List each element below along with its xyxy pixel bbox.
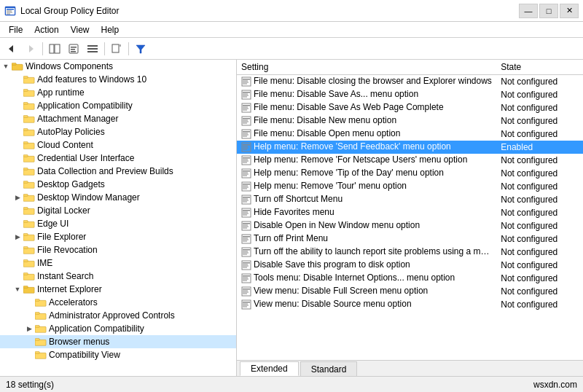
tree-toggle[interactable]: ▶ — [23, 323, 35, 334]
tree-item[interactable]: ▶ File Explorer — [0, 230, 236, 243]
properties-button[interactable] — [65, 41, 82, 57]
svg-rect-74 — [243, 93, 248, 94]
view-button[interactable] — [84, 41, 101, 57]
menu-view[interactable]: View — [65, 23, 95, 36]
back-button[interactable] — [3, 41, 20, 57]
menu-help[interactable]: Help — [95, 23, 125, 36]
tree-item[interactable]: Add features to Windows 10 — [0, 73, 236, 86]
table-row[interactable]: File menu: Disable New menu optionNot co… — [237, 114, 583, 128]
settings-table-container[interactable]: Setting State File menu: Disable closing… — [237, 60, 583, 360]
svg-rect-121 — [243, 214, 247, 215]
tree-item[interactable]: Digital Locker — [0, 204, 236, 217]
svg-rect-75 — [243, 95, 249, 95]
table-row[interactable]: View menu: Disable Source menu optionNot… — [237, 298, 583, 311]
table-row[interactable]: Tools menu: Disable Internet Options... … — [237, 272, 583, 285]
table-row[interactable]: View menu: Disable Full Screen menu opti… — [237, 285, 583, 298]
minimize-button[interactable]: — — [519, 4, 538, 18]
tree-item[interactable]: File Revocation — [0, 243, 236, 256]
folder-icon — [23, 87, 35, 98]
tree-item[interactable]: AutoPlay Policies — [0, 125, 236, 138]
table-row[interactable]: Help menu: Remove 'For Netscape Users' m… — [237, 154, 583, 167]
svg-rect-92 — [242, 143, 251, 152]
svg-rect-88 — [243, 131, 250, 133]
menu-action[interactable]: Action — [28, 23, 64, 36]
window-controls: — □ ✕ — [519, 4, 579, 18]
svg-rect-60 — [35, 313, 39, 315]
tree-item[interactable]: Edge UI — [0, 217, 236, 230]
table-row[interactable]: Turn off Print MenuNot configured — [237, 232, 583, 246]
svg-rect-40 — [23, 181, 28, 184]
tree-item[interactable]: ▶ Desktop Window Manager — [0, 191, 236, 204]
forward-button[interactable] — [22, 41, 39, 57]
table-row[interactable]: File menu: Disable Save As... menu optio… — [237, 88, 583, 101]
show-hide-button[interactable] — [46, 41, 63, 57]
maximize-button[interactable]: □ — [539, 4, 558, 18]
table-row[interactable]: Turn off the ability to launch report si… — [237, 246, 583, 259]
cell-setting: File menu: Disable Open menu option — [237, 128, 496, 141]
svg-rect-76 — [243, 96, 247, 97]
status-bar: 18 setting(s) wsxdn.com — [0, 376, 583, 392]
svg-rect-100 — [243, 160, 249, 161]
svg-rect-25 — [23, 90, 34, 96]
svg-rect-8 — [50, 44, 54, 53]
table-row[interactable]: Help menu: Remove 'Send Feedback' menu o… — [237, 141, 583, 154]
tree-item[interactable]: ▼ Internet Explorer — [0, 283, 236, 296]
tree-pane[interactable]: ▼ Windows Components Add features to Win… — [0, 60, 237, 376]
svg-rect-129 — [243, 238, 248, 238]
tree-toggle[interactable]: ▼ — [12, 283, 23, 295]
cell-state: Not configured — [496, 114, 583, 128]
svg-rect-136 — [243, 254, 247, 254]
table-row[interactable]: Help menu: Remove 'Tour' menu optionNot … — [237, 180, 583, 193]
folder-icon — [35, 350, 47, 360]
svg-rect-54 — [23, 273, 28, 275]
tree-item[interactable]: Browser menus — [0, 335, 236, 348]
tree-item[interactable]: Administrator Approved Controls — [0, 309, 236, 322]
tree-item[interactable]: Application Compatibility — [0, 99, 236, 112]
folder-icon — [23, 179, 35, 189]
tree-item[interactable]: Data Collection and Preview Builds — [0, 165, 236, 178]
filter-button[interactable] — [132, 41, 149, 57]
svg-rect-24 — [23, 77, 28, 79]
menu-file[interactable]: File — [3, 23, 28, 36]
tree-label: Internet Explorer — [37, 284, 102, 294]
tree-item[interactable]: Cloud Content — [0, 138, 236, 152]
tree-item[interactable]: ▼ Windows Components — [0, 60, 236, 73]
tree-item[interactable]: Credential User Interface — [0, 152, 236, 165]
table-row[interactable]: File menu: Disable Open menu optionNot c… — [237, 128, 583, 141]
table-row[interactable]: Hide Favorites menuNot configured — [237, 206, 583, 219]
svg-rect-14 — [87, 45, 98, 47]
tree-toggle-placeholder — [12, 139, 23, 151]
svg-rect-124 — [243, 224, 248, 225]
tree-item[interactable]: Attachment Manager — [0, 112, 236, 125]
svg-rect-101 — [243, 162, 247, 162]
tab-extended[interactable]: Extended — [240, 361, 299, 376]
table-row[interactable]: File menu: Disable closing the browser a… — [237, 75, 583, 88]
tree-item[interactable]: App runtime — [0, 86, 236, 99]
svg-rect-23 — [23, 77, 34, 83]
svg-rect-47 — [23, 235, 34, 240]
export-button[interactable] — [108, 41, 125, 57]
svg-rect-83 — [243, 118, 250, 119]
tree-item[interactable]: Desktop Gadgets — [0, 178, 236, 191]
table-row[interactable]: Disable Open in New Window menu optionNo… — [237, 219, 583, 232]
tree-label: Administrator Approved Controls — [49, 310, 175, 321]
table-row[interactable]: Help menu: Remove 'Tip of the Day' menu … — [237, 167, 583, 180]
tree-toggle[interactable]: ▶ — [12, 192, 23, 203]
folder-icon — [23, 271, 35, 281]
tree-toggle[interactable]: ▶ — [12, 231, 23, 243]
tree-item[interactable]: ▶ Application Compatibility — [0, 322, 236, 335]
tree-item[interactable]: Compatibility View — [0, 348, 236, 361]
svg-rect-37 — [23, 169, 34, 175]
tree-toggle[interactable]: ▼ — [0, 60, 12, 72]
svg-rect-110 — [243, 187, 249, 187]
table-row[interactable]: File menu: Disable Save As Web Page Comp… — [237, 101, 583, 114]
svg-rect-125 — [243, 226, 249, 227]
table-row[interactable]: Turn off Shortcut MenuNot configured — [237, 193, 583, 206]
close-button[interactable]: ✕ — [560, 4, 579, 18]
table-row[interactable]: Disable Save this program to disk option… — [237, 259, 583, 272]
svg-rect-70 — [243, 82, 249, 83]
tab-standard[interactable]: Standard — [300, 361, 358, 376]
tree-item[interactable]: IME — [0, 256, 236, 270]
tree-item[interactable]: Instant Search — [0, 270, 236, 283]
tree-item[interactable]: Accelerators — [0, 296, 236, 309]
